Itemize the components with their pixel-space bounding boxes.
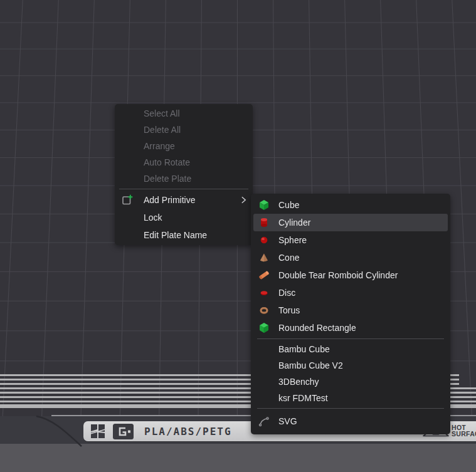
submenu-item-sphere[interactable]: Sphere [253,231,448,249]
plate-material-label: PLA/ABS/PETG [144,426,232,438]
menu-item-lock[interactable]: Lock [115,209,253,226]
no-icon-placeholder [258,344,270,355]
menu-item-arrange[interactable]: Arrange [115,138,253,154]
submenu-item-cone[interactable]: Cone [253,249,448,266]
submenu-item-torus[interactable]: Torus [253,302,448,319]
plate-context-menu: Select All Delete All Arrange Auto Rotat… [115,104,253,245]
menu-item-auto-rotate[interactable]: Auto Rotate [115,154,253,170]
hot-surface-text: HOT SURFACE [452,425,476,437]
svg-curve-icon [258,416,270,427]
menu-item-edit-plate-name[interactable]: Edit Plate Name [115,226,253,244]
cube-icon [258,199,270,211]
sphere-icon [258,234,270,246]
submenu-separator [257,338,444,339]
submenu-item-bambu-cube[interactable]: Bambu Cube [253,341,448,357]
chevron-right-icon [241,196,246,204]
add-primitive-submenu: Cube Cylinder Sphere Cone [251,194,450,434]
double-tear-romboid-cylinder-icon [258,270,270,281]
menu-separator [119,189,248,189]
menu-item-add-primitive[interactable]: Add Primitive [115,191,253,209]
submenu-item-cylinder[interactable]: Cylinder [253,214,448,231]
disc-icon [258,287,270,298]
no-icon-placeholder [258,376,270,387]
bambu-logo-icon [90,423,106,439]
submenu-item-svg[interactable]: SVG [253,411,448,432]
no-icon-placeholder [258,392,270,404]
submenu-item-bambu-cube-v2[interactable]: Bambu Cube V2 [253,357,448,374]
submenu-item-3dbenchy[interactable]: 3DBenchy [253,374,448,390]
no-icon-placeholder [258,360,270,371]
cone-icon [258,252,270,263]
menu-item-delete-plate[interactable]: Delete Plate [115,170,253,187]
a1-badge-icon [112,423,134,440]
rounded-rectangle-icon [258,322,270,333]
cylinder-icon [258,217,270,228]
submenu-item-rounded-rectangle[interactable]: Rounded Rectangle [253,319,448,337]
submenu-item-cube[interactable]: Cube [253,196,448,214]
submenu-item-ksr-fdmtest[interactable]: ksr FDMTest [253,390,448,406]
menu-item-delete-all[interactable]: Delete All [115,122,253,138]
add-primitive-icon [122,194,134,206]
submenu-item-double-tear-romboid-cylinder[interactable]: Double Tear Romboid Cylinder [253,266,448,284]
submenu-item-disc[interactable]: Disc [253,284,448,302]
submenu-separator [257,408,444,409]
menu-item-select-all[interactable]: Select All [115,105,253,122]
torus-icon [258,305,270,316]
